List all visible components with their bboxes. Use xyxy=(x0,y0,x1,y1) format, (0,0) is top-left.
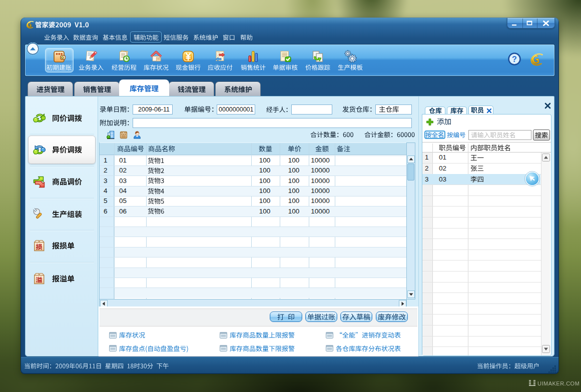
svg-text:?: ? xyxy=(512,55,517,64)
